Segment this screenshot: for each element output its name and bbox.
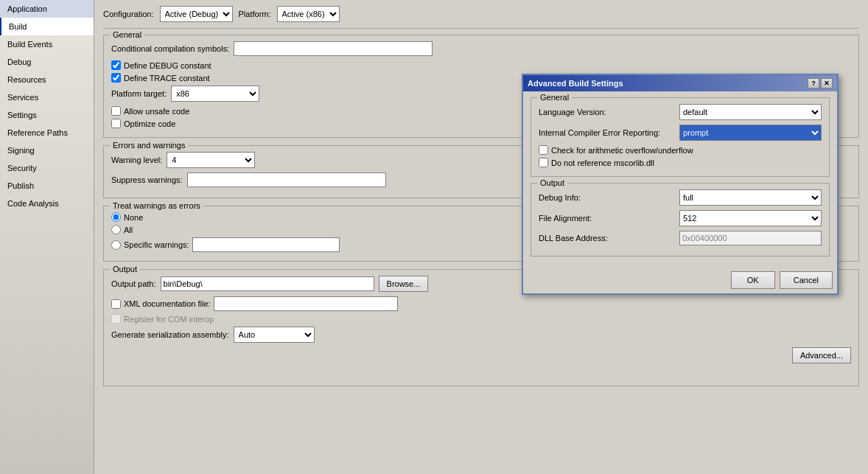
debug-info-dropdown[interactable]: full pdb-only none bbox=[679, 189, 822, 206]
debug-info-label: Debug Info: bbox=[539, 193, 675, 202]
define-debug-row: Define DEBUG constant bbox=[111, 60, 851, 70]
sidebar-item-resources[interactable]: Resources bbox=[0, 71, 94, 88]
dialog-ok-button[interactable]: OK bbox=[731, 271, 775, 289]
compiler-error-label: Internal Compiler Error Reporting: bbox=[539, 128, 675, 137]
register-com-checkbox[interactable] bbox=[111, 314, 121, 324]
allow-unsafe-label: Allow unsafe code bbox=[124, 107, 189, 116]
file-alignment-row: File Alignment: 512 1024 2048 4096 8192 bbox=[539, 210, 822, 226]
treat-warnings-none-radio[interactable] bbox=[111, 212, 121, 222]
mscorlib-row: Do not reference mscorlib.dll bbox=[539, 158, 822, 167]
specific-warnings-input[interactable] bbox=[192, 237, 340, 252]
dialog-help-button[interactable]: ? bbox=[808, 78, 819, 88]
sidebar-item-services[interactable]: Services bbox=[0, 88, 94, 106]
dialog-title: Advanced Build Settings bbox=[528, 79, 623, 88]
optimize-checkbox[interactable] bbox=[111, 119, 121, 128]
dialog-content: General Language Version: default C# 1.0… bbox=[523, 91, 837, 268]
define-debug-label: Define DEBUG constant bbox=[124, 61, 211, 70]
serialization-label: Generate serialization assembly: bbox=[111, 330, 229, 339]
define-trace-checkbox[interactable] bbox=[111, 73, 121, 83]
dialog-output-section: Output Debug Info: full pdb-only none Fi… bbox=[531, 183, 830, 257]
sidebar-item-debug[interactable]: Debug bbox=[0, 53, 94, 71]
output-section-title: Output bbox=[110, 265, 140, 273]
mscorlib-checkbox[interactable] bbox=[539, 158, 548, 167]
xml-doc-input[interactable] bbox=[214, 296, 398, 311]
arithmetic-label: Check for arithmetic overflow/underflow bbox=[551, 146, 693, 155]
output-path-label: Output path: bbox=[111, 279, 156, 288]
sidebar-item-build[interactable]: Build bbox=[0, 18, 94, 35]
arithmetic-row: Check for arithmetic overflow/underflow bbox=[539, 145, 822, 155]
treat-warnings-title: Treat warnings as errors bbox=[110, 201, 203, 210]
dll-base-input[interactable] bbox=[679, 231, 822, 245]
serialization-dropdown[interactable]: Auto On Off bbox=[234, 327, 315, 343]
sidebar-item-publish[interactable]: Publish bbox=[0, 177, 94, 195]
conditional-label: Conditional compilation symbols: bbox=[111, 44, 229, 53]
advanced-button[interactable]: Advanced... bbox=[792, 347, 851, 363]
output-path-input[interactable] bbox=[161, 276, 374, 291]
dialog-container: Advanced Build Settings ? ✕ General Lang… bbox=[522, 74, 839, 295]
register-com-row: Register for COM interop bbox=[111, 314, 851, 324]
treat-warnings-none-label: None bbox=[124, 213, 143, 222]
sidebar: Application Build Build Events Debug Res… bbox=[0, 0, 94, 474]
dialog-general-title: General bbox=[537, 93, 572, 102]
debug-info-row: Debug Info: full pdb-only none bbox=[539, 189, 822, 206]
xml-doc-label: XML documentation file: bbox=[124, 299, 211, 308]
conditional-row: Conditional compilation symbols: bbox=[111, 41, 851, 56]
general-section-title: General bbox=[110, 30, 144, 39]
sidebar-item-build-events[interactable]: Build Events bbox=[0, 35, 94, 53]
dll-base-label: DLL Base Address: bbox=[539, 234, 675, 243]
allow-unsafe-checkbox[interactable] bbox=[111, 106, 121, 116]
compiler-error-dropdown[interactable]: prompt send none queue bbox=[679, 125, 822, 141]
platform-dropdown[interactable]: Active (x86) x86 x64 Any CPU bbox=[277, 6, 340, 22]
dialog-cancel-button[interactable]: Cancel bbox=[780, 271, 833, 289]
platform-label: Platform: bbox=[239, 10, 271, 18]
file-alignment-dropdown[interactable]: 512 1024 2048 4096 8192 bbox=[679, 210, 822, 226]
treat-warnings-all-radio[interactable] bbox=[111, 225, 121, 234]
language-version-label: Language Version: bbox=[539, 108, 675, 116]
sidebar-item-security[interactable]: Security bbox=[0, 159, 94, 177]
dialog-close-button[interactable]: ✕ bbox=[821, 78, 833, 88]
platform-target-label: Platform target: bbox=[111, 89, 167, 98]
language-version-row: Language Version: default C# 1.0 C# 2.0 … bbox=[539, 104, 822, 120]
main-container: Application Build Build Events Debug Res… bbox=[0, 0, 868, 474]
dialog-buttons: OK Cancel bbox=[523, 268, 837, 293]
top-bar: Configuration: Active (Debug) Debug Rele… bbox=[103, 6, 859, 22]
browse-button[interactable]: Browse... bbox=[379, 276, 429, 292]
treat-warnings-specific-radio[interactable] bbox=[111, 240, 121, 250]
dialog-general-section: General Language Version: default C# 1.0… bbox=[531, 97, 830, 177]
serialization-row: Generate serialization assembly: Auto On… bbox=[111, 327, 851, 343]
sidebar-item-reference-paths[interactable]: Reference Paths bbox=[0, 124, 94, 142]
sidebar-item-signing[interactable]: Signing bbox=[0, 142, 94, 159]
dialog-titlebar-buttons: ? ✕ bbox=[808, 78, 833, 88]
suppress-input[interactable] bbox=[187, 172, 386, 187]
errors-section-title: Errors and warnings bbox=[110, 141, 188, 150]
conditional-input[interactable] bbox=[234, 41, 433, 56]
compiler-error-row: Internal Compiler Error Reporting: promp… bbox=[539, 125, 822, 141]
file-alignment-label: File Alignment: bbox=[539, 214, 675, 223]
platform-target-dropdown[interactable]: x86 x64 Any CPU bbox=[171, 86, 259, 102]
advanced-dialog: Advanced Build Settings ? ✕ General Lang… bbox=[522, 74, 839, 295]
treat-warnings-specific-label: Specific warnings: bbox=[124, 240, 189, 249]
configuration-label: Configuration: bbox=[103, 10, 154, 18]
define-debug-checkbox[interactable] bbox=[111, 60, 121, 70]
xml-doc-checkbox[interactable] bbox=[111, 299, 121, 309]
register-com-label: Register for COM interop bbox=[124, 315, 214, 324]
content-area: Configuration: Active (Debug) Debug Rele… bbox=[94, 0, 868, 474]
sidebar-item-application[interactable]: Application bbox=[0, 0, 94, 18]
mscorlib-label: Do not reference mscorlib.dll bbox=[551, 158, 654, 167]
dll-base-row: DLL Base Address: bbox=[539, 231, 822, 245]
xml-doc-row: XML documentation file: bbox=[111, 296, 851, 311]
treat-warnings-all-label: All bbox=[124, 226, 133, 234]
warning-level-label: Warning level: bbox=[111, 156, 162, 164]
dialog-titlebar: Advanced Build Settings ? ✕ bbox=[523, 75, 837, 91]
dialog-output-title: Output bbox=[537, 178, 567, 187]
sidebar-item-settings[interactable]: Settings bbox=[0, 106, 94, 124]
suppress-label: Suppress warnings: bbox=[111, 175, 183, 184]
arithmetic-checkbox[interactable] bbox=[539, 145, 548, 155]
warning-level-dropdown[interactable]: 4 0 1 2 3 bbox=[167, 152, 255, 168]
top-separator bbox=[103, 28, 859, 29]
configuration-dropdown[interactable]: Active (Debug) Debug Release bbox=[160, 6, 233, 22]
optimize-label: Optimize code bbox=[124, 119, 175, 128]
language-version-dropdown[interactable]: default C# 1.0 C# 2.0 C# 3.0 bbox=[679, 104, 822, 120]
define-trace-label: Define TRACE constant bbox=[124, 74, 210, 83]
sidebar-item-code-analysis[interactable]: Code Analysis bbox=[0, 195, 94, 212]
